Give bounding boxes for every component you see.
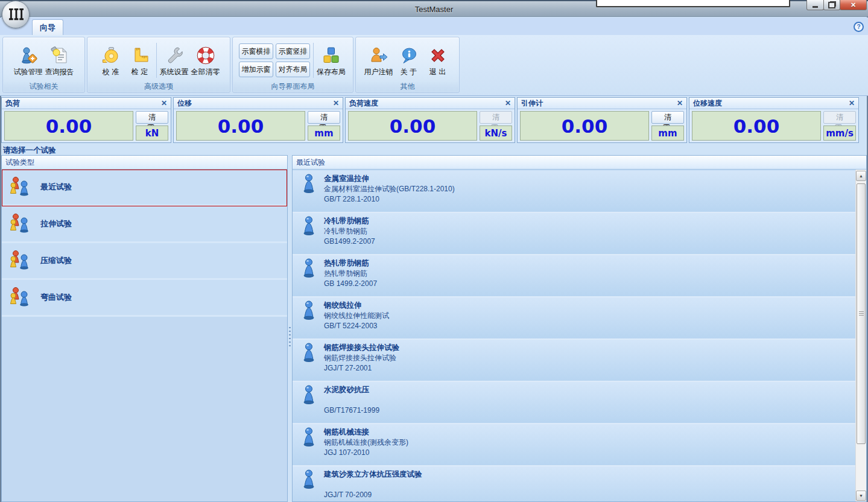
recent-test-item[interactable]: 热轧带肋钢筋 热轧带肋钢筋 GB 1499.2-2007 <box>293 255 856 297</box>
minimize-button[interactable] <box>806 0 824 10</box>
save-layout-button[interactable]: 保存布局 <box>315 44 347 77</box>
recent-test-subtitle: 钢绞线拉伸性能测试 <box>324 311 389 321</box>
verify-button[interactable]: 检 定 <box>125 44 154 77</box>
tab-wizard[interactable]: 向导 <box>32 19 63 35</box>
close-icon[interactable]: ✕ <box>161 99 167 107</box>
test-type-item[interactable]: 最近试验 <box>2 170 287 206</box>
test-type-label: 最近试验 <box>40 182 72 192</box>
meter-unit: mm <box>651 126 684 141</box>
recent-test-item[interactable]: 建筑沙浆立方体抗压强度试验 JGJ/T 70-2009 <box>293 466 856 501</box>
recent-test-item[interactable]: 钢绞线拉伸 钢绞线拉伸性能测试 GB/T 5224-2003 <box>293 297 856 340</box>
group-separator <box>313 43 314 78</box>
test-type-pawns-icon <box>8 250 32 272</box>
query-report-button[interactable]: 查询报告 <box>44 44 75 77</box>
wrench-icon <box>165 45 183 66</box>
test-type-pawns-icon <box>8 177 32 198</box>
ribbon-group-advanced-options: 校 准 检 定 系统设置 <box>87 37 230 93</box>
status-text: 请选择一个试验 <box>3 145 56 154</box>
group-label: 高级选项 <box>88 81 229 92</box>
pawn-icon <box>302 385 316 423</box>
recent-test-title: 热轧带肋钢筋 <box>324 258 377 268</box>
test-type-item[interactable]: 弯曲试验 <box>2 280 287 317</box>
test-type-item[interactable]: 压缩试验 <box>2 243 287 280</box>
test-management-button[interactable]: 试验管理 <box>13 44 44 77</box>
system-settings-button[interactable]: 系统设置 <box>159 44 190 77</box>
meter-title: 负荷 <box>5 98 20 109</box>
zero-button[interactable]: 清 零 <box>136 111 168 124</box>
meter-value: 0.00 <box>520 111 649 141</box>
test-type-pawns-icon <box>8 287 32 308</box>
meter-value: 0.00 <box>348 111 477 141</box>
restore-button[interactable] <box>823 0 840 10</box>
pawn-icon <box>302 258 316 296</box>
query-report-icon <box>51 45 69 66</box>
close-icon[interactable]: ✕ <box>333 99 339 107</box>
exit-button[interactable]: 退 出 <box>423 44 452 77</box>
meter-panel: 负荷速度 ✕ 0.00 清 零 kN/s <box>345 97 515 143</box>
minimize-icon <box>813 6 818 8</box>
windows-horizontal-button[interactable]: 示窗横排 <box>239 43 273 59</box>
about-button[interactable]: 关 于 <box>394 44 423 77</box>
panel-splitter[interactable] <box>288 155 292 502</box>
recent-test-standard: GB 1499.2-2007 <box>324 279 377 289</box>
align-layout-button[interactable]: 对齐布局 <box>276 62 310 77</box>
scrollbar-grip-icon <box>859 311 864 317</box>
recent-test-subtitle <box>324 395 379 405</box>
recent-test-subtitle: 钢筋机械连接(测残余变形) <box>324 437 408 448</box>
recent-tests-list: 金属室温拉伸 金属材料室温拉伸试验(GB/T228.1-2010) GB/T 2… <box>293 171 856 501</box>
recent-test-subtitle <box>324 480 422 490</box>
test-type-item[interactable]: 拉伸试验 <box>2 206 287 243</box>
vertical-scrollbar[interactable]: ▲ ▼ <box>855 170 866 501</box>
recent-test-standard: GB1499.2-2007 <box>324 237 375 247</box>
pawn-icon <box>302 343 316 381</box>
main-content: 试验类型 最近试验 拉伸试验 <box>1 155 867 502</box>
meter-title: 位移速度 <box>693 98 722 109</box>
zero-button: 清 零 <box>823 111 856 124</box>
close-button[interactable]: ✕ <box>840 0 867 10</box>
recent-test-item[interactable]: 钢筋焊接接头拉伸试验 钢筋焊接接头拉伸试验 JGJ/T 27-2001 <box>293 340 856 382</box>
zero-button[interactable]: 清 零 <box>651 111 684 124</box>
recent-test-item[interactable]: 金属室温拉伸 金属材料室温拉伸试验(GB/T228.1-2010) GB/T 2… <box>293 171 856 213</box>
recent-test-title: 冷轧带肋钢筋 <box>324 216 375 226</box>
calibrate-button[interactable]: 校 准 <box>97 44 125 77</box>
clear-all-button[interactable]: 全部清零 <box>190 44 221 77</box>
recent-tests-listwrap: 金属室温拉伸 金属材料室温拉伸试验(GB/T228.1-2010) GB/T 2… <box>293 170 866 501</box>
meter-panel: 负荷 ✕ 0.00 清 零 kN <box>1 97 171 143</box>
foreign-window-edge <box>596 0 790 7</box>
close-icon[interactable]: ✕ <box>677 99 683 107</box>
test-type-list: 最近试验 拉伸试验 压缩试验 <box>2 170 287 317</box>
windows-vertical-button[interactable]: 示窗竖排 <box>276 43 310 59</box>
recent-test-item[interactable]: 钢筋机械连接 钢筋机械连接(测残余变形) JGJ 107-2010 <box>293 424 856 466</box>
app-icon[interactable] <box>2 1 30 28</box>
recent-test-item[interactable]: 水泥胶砂抗压 GB/T17671-1999 <box>293 382 856 424</box>
user-logout-button[interactable]: 用户注销 <box>363 44 394 77</box>
close-icon[interactable]: ✕ <box>849 99 855 107</box>
recent-test-subtitle: 钢筋焊接接头拉伸试验 <box>324 353 399 363</box>
zero-button[interactable]: 清 零 <box>308 111 340 124</box>
scroll-up-button[interactable]: ▲ <box>856 171 866 181</box>
recent-test-subtitle: 金属材料室温拉伸试验(GB/T228.1-2010) <box>324 184 455 194</box>
scroll-down-button[interactable]: ▼ <box>856 491 866 501</box>
cubes-icon <box>322 45 340 66</box>
recent-test-item[interactable]: 冷轧带肋钢筋 冷轧带肋钢筋 GB1499.2-2007 <box>293 213 856 255</box>
meter-unit: mm/s <box>823 126 856 141</box>
recent-test-standard: GB/T 5224-2003 <box>324 321 389 331</box>
help-icon[interactable]: ? <box>854 22 864 32</box>
meter-panel: 位移速度 ✕ 0.00 清 零 mm/s <box>689 97 859 143</box>
recent-test-title: 金属室温拉伸 <box>324 174 455 184</box>
add-window-button[interactable]: 增加示窗 <box>239 62 273 77</box>
recent-tests-panel: 最近试验 金属室温拉伸 金属材料室温拉伸试验(GB/T228.1-2010) G… <box>292 155 867 502</box>
recent-test-title: 水泥胶砂抗压 <box>324 385 379 395</box>
close-icon[interactable]: ✕ <box>505 99 511 107</box>
meter-value: 0.00 <box>176 111 305 141</box>
restore-icon <box>828 2 835 8</box>
ribbon-group-other: 用户注销 关 于 <box>355 37 460 93</box>
meter-title: 引伸计 <box>521 98 543 109</box>
test-type-pawns-icon <box>8 214 32 235</box>
recent-test-title: 钢筋机械连接 <box>324 427 408 437</box>
recent-test-standard: GB/T 228.1-2010 <box>324 194 455 205</box>
recent-test-standard: JGJ 107-2010 <box>324 448 408 458</box>
scrollbar-thumb[interactable] <box>857 183 866 444</box>
lifebuoy-icon <box>197 45 215 66</box>
meter-value: 0.00 <box>692 111 821 141</box>
